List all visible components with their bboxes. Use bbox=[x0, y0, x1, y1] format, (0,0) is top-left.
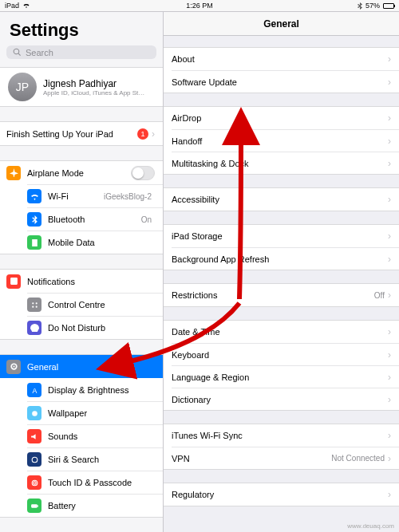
profile-subtitle: Apple ID, iCloud, iTunes & App St… bbox=[43, 89, 144, 97]
detail-row-label: AirDrop bbox=[172, 113, 388, 123]
svg-point-9 bbox=[32, 457, 38, 463]
sidebar-item-general[interactable]: General bbox=[0, 355, 163, 378]
detail-title: General bbox=[164, 12, 399, 36]
detail-row-background-app-refresh[interactable]: Background App Refresh› bbox=[172, 247, 399, 270]
svg-rect-0 bbox=[10, 278, 18, 285]
apple-id-row[interactable]: JP Jignesh Padhiyar Apple ID, iCloud, iT… bbox=[0, 68, 163, 106]
sidebar-item-siri-search[interactable]: Siri & Search bbox=[27, 447, 163, 471]
battery-icon bbox=[27, 499, 41, 513]
sidebar-item-airplane-mode[interactable]: Airplane Mode bbox=[0, 161, 163, 184]
chevron-right-icon: › bbox=[388, 326, 391, 337]
svg-point-4 bbox=[35, 305, 37, 307]
detail-row-itunes-wi-fi-sync[interactable]: iTunes Wi-Fi Sync› bbox=[164, 424, 399, 447]
detail-row-date-time[interactable]: Date & Time› bbox=[164, 321, 399, 343]
chevron-right-icon: › bbox=[388, 254, 391, 265]
sidebar-item-mobile-data[interactable]: Mobile Data bbox=[27, 231, 163, 254]
sidebar-item-do-not-disturb[interactable]: Do Not Disturb bbox=[27, 316, 163, 339]
detail-row-value: Not Connected bbox=[331, 454, 385, 463]
settings-sidebar: Settings Search JP Jignesh Padhiyar Appl… bbox=[0, 12, 164, 532]
detail-row-restrictions[interactable]: RestrictionsOff› bbox=[164, 284, 399, 306]
chevron-right-icon: › bbox=[388, 394, 391, 405]
detail-row-language-region[interactable]: Language & Region› bbox=[172, 365, 399, 388]
general-icon bbox=[6, 360, 21, 374]
sidebar-item-label: General bbox=[27, 362, 155, 372]
svg-point-2 bbox=[35, 302, 37, 304]
detail-row-label: Background App Refresh bbox=[172, 254, 388, 264]
toggle-switch[interactable] bbox=[131, 166, 155, 180]
sidebar-item-wallpaper[interactable]: Wallpaper bbox=[27, 401, 163, 424]
svg-point-10 bbox=[32, 480, 38, 486]
detail-row-label: VPN bbox=[172, 454, 331, 463]
finish-setup-row[interactable]: Finish Setting Up Your iPad 1 › bbox=[0, 122, 163, 145]
carrier-label: iPad bbox=[5, 2, 19, 10]
chevron-right-icon: › bbox=[388, 453, 391, 464]
detail-row-ipad-storage[interactable]: iPad Storage› bbox=[164, 225, 399, 247]
row-value: iGeeksBlog-2 bbox=[104, 192, 152, 201]
detail-row-about[interactable]: About› bbox=[164, 48, 399, 70]
sidebar-item-notifications[interactable]: Notifications bbox=[0, 270, 163, 293]
detail-row-multitasking-dock[interactable]: Multitasking & Dock› bbox=[172, 152, 399, 174]
sidebar-item-battery[interactable]: Battery bbox=[27, 494, 163, 517]
svg-point-11 bbox=[33, 481, 35, 483]
sidebar-item-label: Wallpaper bbox=[48, 408, 155, 418]
sidebar-item-sounds[interactable]: Sounds bbox=[27, 424, 163, 447]
sidebar-item-label: Notifications bbox=[27, 277, 155, 286]
watermark: www.deuaq.com bbox=[347, 522, 394, 530]
notification-badge: 1 bbox=[137, 128, 148, 140]
control-icon bbox=[27, 298, 41, 312]
airplane-icon bbox=[6, 166, 21, 180]
chevron-right-icon: › bbox=[388, 112, 391, 124]
chevron-right-icon: › bbox=[388, 489, 391, 500]
battery-icon bbox=[383, 3, 394, 9]
siri-icon bbox=[27, 452, 41, 467]
detail-pane: General About›Software Update›AirDrop›Ha… bbox=[164, 12, 399, 532]
detail-row-accessibility[interactable]: Accessibility› bbox=[164, 188, 399, 211]
detail-row-vpn[interactable]: VPNNot Connected› bbox=[172, 447, 399, 469]
sounds-icon bbox=[27, 429, 41, 443]
detail-row-keyboard[interactable]: Keyboard› bbox=[172, 343, 399, 365]
svg-point-8 bbox=[32, 411, 38, 416]
notif-icon bbox=[6, 274, 21, 289]
wallpaper-icon bbox=[27, 406, 41, 420]
chevron-right-icon: › bbox=[388, 53, 391, 65]
sidebar-item-wi-fi[interactable]: Wi-FiiGeeksBlog-2 bbox=[27, 184, 163, 207]
detail-row-label: iTunes Wi-Fi Sync bbox=[172, 431, 388, 440]
search-input[interactable]: Search bbox=[6, 45, 156, 59]
detail-row-label: iPad Storage bbox=[172, 231, 388, 241]
detail-row-value: Off bbox=[374, 291, 385, 300]
row-value: On bbox=[141, 215, 152, 224]
chevron-right-icon: › bbox=[152, 128, 155, 140]
sidebar-item-label: Siri & Search bbox=[48, 455, 155, 464]
detail-row-software-update[interactable]: Software Update› bbox=[172, 70, 399, 93]
mobile-icon bbox=[27, 235, 41, 250]
touchid-icon bbox=[27, 475, 41, 490]
detail-row-label: Language & Region bbox=[172, 372, 388, 382]
bluetooth-icon bbox=[27, 212, 41, 227]
detail-row-handoff[interactable]: Handoff› bbox=[172, 129, 399, 152]
chevron-right-icon: › bbox=[388, 136, 391, 147]
avatar: JP bbox=[8, 73, 37, 101]
detail-row-label: Regulatory bbox=[172, 490, 388, 499]
detail-row-label: Date & Time bbox=[172, 327, 388, 337]
sidebar-item-label: Bluetooth bbox=[48, 215, 141, 224]
sidebar-item-label: Control Centre bbox=[48, 300, 155, 309]
svg-text:A: A bbox=[32, 386, 37, 394]
svg-point-1 bbox=[32, 302, 34, 304]
detail-row-dictionary[interactable]: Dictionary› bbox=[172, 388, 399, 410]
detail-row-regulatory[interactable]: Regulatory› bbox=[164, 483, 399, 506]
sidebar-item-display-brightness[interactable]: ADisplay & Brightness bbox=[27, 378, 163, 401]
status-bar: iPad 1:26 PM 57% bbox=[0, 0, 399, 11]
detail-row-label: Software Update bbox=[172, 77, 388, 87]
sidebar-item-control-centre[interactable]: Control Centre bbox=[27, 293, 163, 316]
chevron-right-icon: › bbox=[388, 372, 391, 383]
sidebar-item-label: Touch ID & Passcode bbox=[48, 478, 155, 487]
detail-row-label: Multitasking & Dock bbox=[172, 159, 388, 168]
sidebar-item-label: Do Not Disturb bbox=[48, 323, 155, 333]
chevron-right-icon: › bbox=[388, 231, 391, 242]
wifi-icon bbox=[27, 189, 41, 203]
detail-row-label: Dictionary bbox=[172, 395, 388, 404]
sidebar-item-bluetooth[interactable]: BluetoothOn bbox=[27, 207, 163, 231]
detail-row-airdrop[interactable]: AirDrop› bbox=[164, 107, 399, 129]
sidebar-item-touch-id-passcode[interactable]: Touch ID & Passcode bbox=[27, 471, 163, 494]
detail-row-label: Accessibility bbox=[172, 195, 388, 204]
